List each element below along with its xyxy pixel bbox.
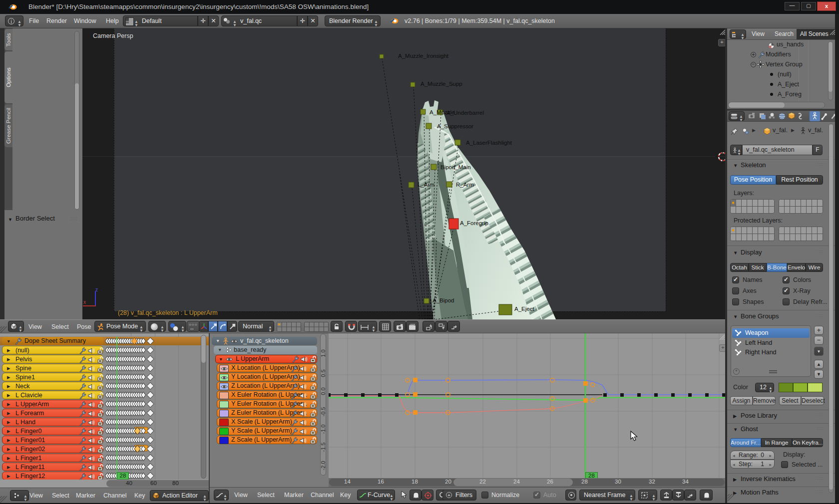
svg-text:A_Underbarrel: A_Underbarrel [446,110,484,116]
svg-text:A_Foregrip: A_Foregrip [460,220,488,226]
svg-text:A_Eject: A_Eject [514,306,534,312]
svg-text:A_Muzzle_Supp: A_Muzzle_Supp [420,81,462,87]
svg-text:A_Suppressor: A_Suppressor [437,123,473,129]
svg-text:A_LaserFlashlight: A_LaserFlashlight [466,140,512,146]
svg-text:L_Arm: L_Arm [418,182,434,188]
svg-text:R_Arm: R_Arm [456,182,474,188]
svg-text:A_Muzzle_Ironsight: A_Muzzle_Ironsight [398,53,449,59]
svg-text:A_Bipod: A_Bipod [432,297,454,303]
svg-text:Bipod_Main: Bipod_Main [440,164,471,170]
